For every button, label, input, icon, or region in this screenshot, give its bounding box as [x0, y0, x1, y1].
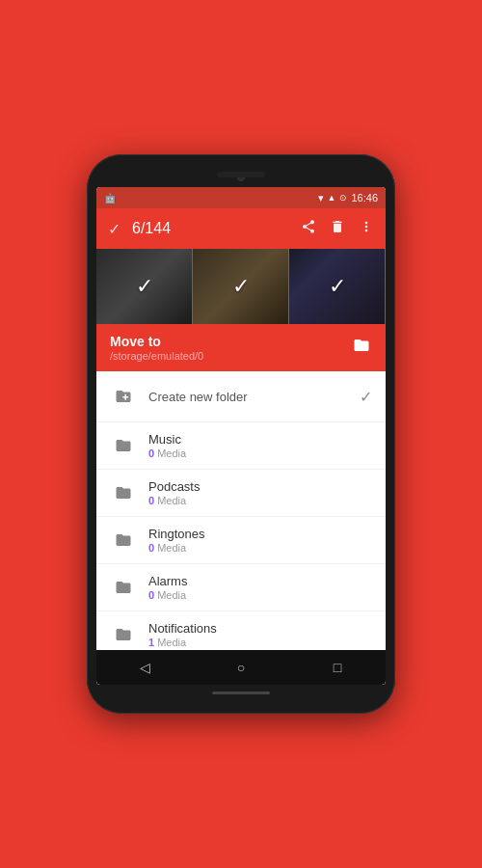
folder-notifications-label: Media [157, 637, 186, 648]
status-right: ▾ ▲ ⊙ 16:46 [318, 192, 378, 204]
app-bar: ✓ 6/144 [96, 208, 386, 249]
folder-podcasts-count: 0 [148, 495, 154, 506]
folder-notifications[interactable]: Notifications 1 Media [96, 611, 386, 650]
thumb-1-check: ✓ [96, 249, 192, 324]
folder-ringtones-icon [110, 527, 137, 554]
share-icon[interactable] [301, 219, 316, 238]
nav-bar: ◁ ○ □ [96, 650, 386, 685]
home-button[interactable]: ○ [222, 654, 260, 681]
folder-podcasts-icon [110, 479, 137, 506]
current-folder-icon[interactable] [351, 337, 372, 359]
create-folder-check: ✓ [360, 388, 372, 406]
select-all-check[interactable]: ✓ [108, 220, 120, 238]
folder-alarms-info: Alarms 0 Media [148, 574, 372, 601]
phone-bottom [96, 685, 386, 700]
mobile-signal-icon: ▲ [328, 193, 336, 203]
selection-count: 6/144 [132, 220, 289, 237]
folder-music-icon [110, 432, 137, 459]
folder-notifications-info: Notifications 1 Media [148, 621, 372, 648]
delete-icon[interactable] [330, 219, 345, 238]
folder-podcasts-label: Media [157, 495, 186, 506]
add-folder-icon [110, 383, 137, 410]
wifi-signal-icon: ▾ [318, 192, 324, 204]
phone-screen: 🤖 ▾ ▲ ⊙ 16:46 ✓ 6/144 [96, 187, 386, 685]
home-indicator [212, 692, 270, 694]
speaker [217, 172, 265, 177]
folder-music[interactable]: Music 0 Media [96, 422, 386, 470]
folder-music-label: Media [157, 448, 186, 459]
move-to-text: Move to /storage/emulated/0 [110, 334, 203, 362]
folder-ringtones-meta: 0 Media [148, 542, 372, 554]
folder-podcasts-name: Podcasts [148, 479, 372, 494]
phone-top [96, 168, 386, 187]
folder-music-info: Music 0 Media [148, 432, 372, 459]
folder-podcasts-meta: 0 Media [148, 495, 372, 506]
android-icon: 🤖 [104, 193, 116, 203]
folder-ringtones-count: 0 [148, 542, 154, 554]
folder-alarms-label: Media [157, 589, 186, 601]
folder-ringtones[interactable]: Ringtones 0 Media [96, 517, 386, 564]
folder-ringtones-label: Media [157, 542, 186, 554]
thumb-2-check: ✓ [193, 249, 288, 324]
status-left: 🤖 [104, 193, 116, 203]
folder-music-count: 0 [148, 448, 154, 459]
phone-device: 🤖 ▾ ▲ ⊙ 16:46 ✓ 6/144 [87, 154, 395, 714]
back-button[interactable]: ◁ [125, 654, 164, 681]
folder-notifications-name: Notifications [148, 621, 372, 636]
move-to-title: Move to [110, 334, 203, 349]
app-bar-actions [301, 219, 374, 238]
thumbnail-3[interactable]: ✓ [289, 249, 386, 324]
thumbnail-1[interactable]: ✓ [96, 249, 193, 324]
folder-notifications-count: 1 [148, 637, 154, 648]
folder-music-meta: 0 Media [148, 448, 372, 459]
create-folder-label: Create new folder [148, 390, 360, 404]
time-display: 16:46 [351, 192, 378, 203]
folder-notifications-icon [110, 621, 137, 648]
folder-ringtones-info: Ringtones 0 Media [148, 527, 372, 554]
move-to-header: Move to /storage/emulated/0 [96, 324, 386, 371]
folder-ringtones-name: Ringtones [148, 527, 372, 541]
thumbnail-2[interactable]: ✓ [193, 249, 289, 324]
folder-alarms-name: Alarms [148, 574, 372, 588]
status-bar: 🤖 ▾ ▲ ⊙ 16:46 [96, 187, 386, 208]
battery-icon: ⊙ [339, 193, 347, 203]
folder-alarms-count: 0 [148, 589, 154, 601]
move-to-path: /storage/emulated/0 [110, 350, 203, 362]
folder-alarms-meta: 0 Media [148, 589, 372, 601]
folder-list: Create new folder ✓ Music 0 Media [96, 371, 386, 650]
folder-podcasts[interactable]: Podcasts 0 Media [96, 470, 386, 517]
thumbnails-row: ✓ ✓ ✓ [96, 249, 386, 324]
folder-podcasts-info: Podcasts 0 Media [148, 479, 372, 506]
thumb-3-check: ✓ [289, 249, 385, 324]
folder-alarms[interactable]: Alarms 0 Media [96, 564, 386, 611]
folder-notifications-meta: 1 Media [148, 637, 372, 648]
create-folder-item[interactable]: Create new folder ✓ [96, 371, 386, 422]
recents-button[interactable]: □ [318, 654, 357, 681]
more-icon[interactable] [359, 219, 374, 238]
folder-alarms-icon [110, 574, 137, 601]
folder-music-name: Music [148, 432, 372, 447]
